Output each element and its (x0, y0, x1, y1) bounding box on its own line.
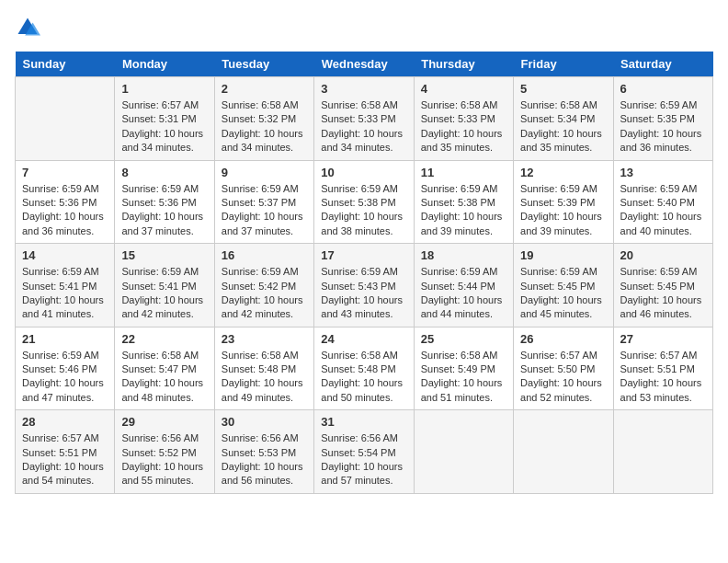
day-number: 13 (620, 166, 706, 179)
day-cell: 5 Sunrise: 6:58 AMSunset: 5:34 PMDayligh… (514, 77, 613, 161)
day-cell: 22 Sunrise: 6:58 AMSunset: 5:47 PMDaylig… (115, 327, 214, 410)
day-cell: 20 Sunrise: 6:59 AMSunset: 5:45 PMDaylig… (613, 244, 712, 327)
day-cell: 2 Sunrise: 6:58 AMSunset: 5:32 PMDayligh… (214, 77, 313, 161)
day-info: Sunrise: 6:59 AMSunset: 5:46 PMDaylight:… (22, 349, 108, 406)
day-info: Sunrise: 6:59 AMSunset: 5:41 PMDaylight:… (121, 265, 207, 322)
day-info: Sunrise: 6:59 AMSunset: 5:43 PMDaylight:… (321, 265, 406, 322)
day-cell: 13 Sunrise: 6:59 AMSunset: 5:40 PMDaylig… (613, 160, 712, 244)
day-number: 2 (222, 82, 307, 96)
day-cell: 26 Sunrise: 6:57 AMSunset: 5:50 PMDaylig… (514, 327, 613, 410)
day-number: 19 (520, 248, 606, 262)
day-number: 30 (222, 415, 307, 429)
day-number: 27 (620, 332, 706, 346)
day-info: Sunrise: 6:59 AMSunset: 5:36 PMDaylight:… (121, 182, 207, 239)
day-cell: 12 Sunrise: 6:59 AMSunset: 5:39 PMDaylig… (514, 160, 613, 244)
day-info: Sunrise: 6:59 AMSunset: 5:44 PMDaylight:… (421, 265, 506, 322)
logo-icon (15, 15, 40, 40)
day-info: Sunrise: 6:58 AMSunset: 5:48 PMDaylight:… (222, 349, 307, 406)
day-number: 9 (222, 166, 307, 179)
week-row: 21 Sunrise: 6:59 AMSunset: 5:46 PMDaylig… (16, 327, 713, 410)
day-info: Sunrise: 6:56 AMSunset: 5:52 PMDaylight:… (121, 431, 207, 488)
day-number: 16 (222, 248, 307, 262)
day-info: Sunrise: 6:57 AMSunset: 5:50 PMDaylight:… (520, 349, 606, 406)
day-info: Sunrise: 6:58 AMSunset: 5:33 PMDaylight:… (321, 98, 406, 155)
week-row: 14 Sunrise: 6:59 AMSunset: 5:41 PMDaylig… (16, 244, 713, 327)
day-number: 14 (22, 248, 108, 262)
header-day: Saturday (613, 52, 712, 77)
day-number: 24 (321, 332, 406, 346)
day-info: Sunrise: 6:58 AMSunset: 5:32 PMDaylight:… (222, 98, 307, 155)
day-cell: 4 Sunrise: 6:58 AMSunset: 5:33 PMDayligh… (414, 77, 513, 161)
day-cell: 29 Sunrise: 6:56 AMSunset: 5:52 PMDaylig… (115, 410, 214, 494)
day-number: 6 (620, 82, 706, 96)
day-number: 1 (121, 82, 207, 96)
day-cell: 11 Sunrise: 6:59 AMSunset: 5:38 PMDaylig… (414, 160, 513, 244)
day-cell: 14 Sunrise: 6:59 AMSunset: 5:41 PMDaylig… (16, 244, 115, 327)
day-cell: 1 Sunrise: 6:57 AMSunset: 5:31 PMDayligh… (115, 77, 214, 161)
day-number: 11 (421, 166, 506, 179)
day-info: Sunrise: 6:59 AMSunset: 5:37 PMDaylight:… (222, 182, 307, 239)
day-cell: 6 Sunrise: 6:59 AMSunset: 5:35 PMDayligh… (613, 77, 712, 161)
day-number: 12 (520, 166, 606, 179)
day-cell: 16 Sunrise: 6:59 AMSunset: 5:42 PMDaylig… (214, 244, 313, 327)
header-day: Thursday (414, 52, 513, 77)
day-cell (514, 410, 613, 494)
day-cell: 17 Sunrise: 6:59 AMSunset: 5:43 PMDaylig… (314, 244, 414, 327)
day-cell: 25 Sunrise: 6:58 AMSunset: 5:49 PMDaylig… (414, 327, 513, 410)
day-info: Sunrise: 6:58 AMSunset: 5:48 PMDaylight:… (321, 349, 406, 406)
day-number: 4 (421, 82, 506, 96)
day-number: 17 (321, 248, 406, 262)
day-number: 22 (121, 332, 207, 346)
day-cell: 27 Sunrise: 6:57 AMSunset: 5:51 PMDaylig… (613, 327, 712, 410)
header-day: Friday (514, 52, 613, 77)
day-cell: 28 Sunrise: 6:57 AMSunset: 5:51 PMDaylig… (16, 410, 115, 494)
day-number: 15 (121, 248, 207, 262)
day-info: Sunrise: 6:57 AMSunset: 5:51 PMDaylight:… (22, 431, 108, 488)
day-number: 21 (22, 332, 108, 346)
week-row: 1 Sunrise: 6:57 AMSunset: 5:31 PMDayligh… (16, 77, 713, 161)
day-number: 31 (321, 415, 406, 429)
day-info: Sunrise: 6:59 AMSunset: 5:38 PMDaylight:… (321, 182, 406, 239)
day-cell (613, 410, 712, 494)
day-cell (16, 77, 115, 161)
day-number: 23 (222, 332, 307, 346)
day-cell: 19 Sunrise: 6:59 AMSunset: 5:45 PMDaylig… (514, 244, 613, 327)
day-info: Sunrise: 6:58 AMSunset: 5:34 PMDaylight:… (520, 98, 606, 155)
day-info: Sunrise: 6:59 AMSunset: 5:39 PMDaylight:… (520, 182, 606, 239)
logo (15, 15, 44, 40)
day-cell: 9 Sunrise: 6:59 AMSunset: 5:37 PMDayligh… (214, 160, 313, 244)
day-info: Sunrise: 6:56 AMSunset: 5:53 PMDaylight:… (222, 431, 307, 488)
day-info: Sunrise: 6:58 AMSunset: 5:47 PMDaylight:… (121, 349, 207, 406)
day-number: 3 (321, 82, 406, 96)
day-info: Sunrise: 6:57 AMSunset: 5:51 PMDaylight:… (620, 349, 706, 406)
day-cell: 21 Sunrise: 6:59 AMSunset: 5:46 PMDaylig… (16, 327, 115, 410)
day-number: 28 (22, 415, 108, 429)
day-info: Sunrise: 6:59 AMSunset: 5:38 PMDaylight:… (421, 182, 506, 239)
day-info: Sunrise: 6:59 AMSunset: 5:45 PMDaylight:… (620, 265, 706, 322)
day-info: Sunrise: 6:59 AMSunset: 5:35 PMDaylight:… (620, 98, 706, 155)
day-number: 25 (421, 332, 506, 346)
day-info: Sunrise: 6:56 AMSunset: 5:54 PMDaylight:… (321, 431, 406, 488)
day-info: Sunrise: 6:59 AMSunset: 5:41 PMDaylight:… (22, 265, 108, 322)
day-info: Sunrise: 6:59 AMSunset: 5:42 PMDaylight:… (222, 265, 307, 322)
day-cell: 30 Sunrise: 6:56 AMSunset: 5:53 PMDaylig… (214, 410, 313, 494)
day-number: 8 (121, 166, 207, 179)
day-info: Sunrise: 6:58 AMSunset: 5:49 PMDaylight:… (421, 349, 506, 406)
header-day: Monday (115, 52, 214, 77)
day-number: 20 (620, 248, 706, 262)
day-cell: 3 Sunrise: 6:58 AMSunset: 5:33 PMDayligh… (314, 77, 414, 161)
day-cell: 23 Sunrise: 6:58 AMSunset: 5:48 PMDaylig… (214, 327, 313, 410)
day-cell: 24 Sunrise: 6:58 AMSunset: 5:48 PMDaylig… (314, 327, 414, 410)
day-cell: 31 Sunrise: 6:56 AMSunset: 5:54 PMDaylig… (314, 410, 414, 494)
header-row: SundayMondayTuesdayWednesdayThursdayFrid… (16, 52, 713, 77)
header-day: Sunday (16, 52, 115, 77)
day-info: Sunrise: 6:59 AMSunset: 5:36 PMDaylight:… (22, 182, 108, 239)
day-info: Sunrise: 6:59 AMSunset: 5:40 PMDaylight:… (620, 182, 706, 239)
header-day: Tuesday (214, 52, 313, 77)
day-number: 5 (520, 82, 606, 96)
day-number: 26 (520, 332, 606, 346)
day-cell: 10 Sunrise: 6:59 AMSunset: 5:38 PMDaylig… (314, 160, 414, 244)
day-number: 29 (121, 415, 207, 429)
day-info: Sunrise: 6:58 AMSunset: 5:33 PMDaylight:… (421, 98, 506, 155)
day-number: 7 (22, 166, 108, 179)
